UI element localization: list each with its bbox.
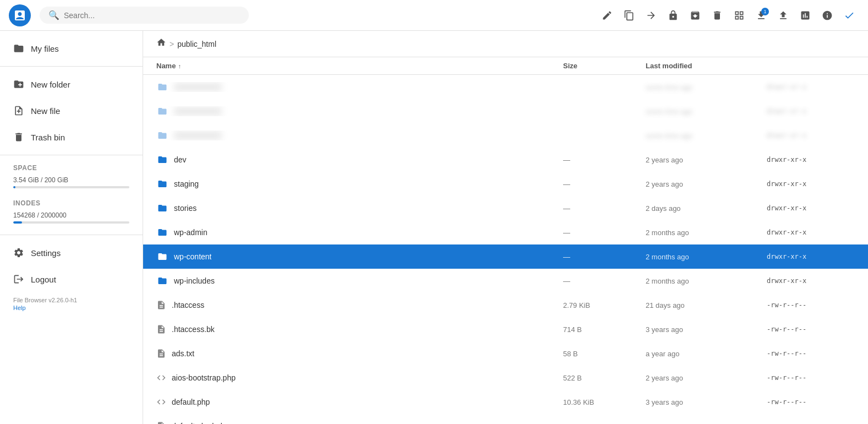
- col-modified[interactable]: Last modified: [646, 62, 767, 70]
- cell-name: default.php: [156, 396, 563, 407]
- table-row[interactable]: .htaccess 2.79 KiB 21 days ago -rw-r--r-…: [143, 293, 868, 317]
- cell-modified: 3 years ago: [646, 398, 767, 406]
- file-icon: [156, 348, 166, 359]
- table-row[interactable]: default.php.bak 10.43 KiB 3 years ago -r…: [143, 414, 868, 424]
- cell-size: —: [563, 277, 646, 285]
- cell-name: staging: [156, 179, 563, 189]
- cell-modified: some time ago: [646, 107, 767, 116]
- search-input[interactable]: [64, 11, 240, 20]
- search-icon: 🔍: [48, 10, 59, 20]
- cell-size: —: [563, 253, 646, 261]
- table-row[interactable]: .htaccess.bk 714 B 3 years ago -rw-r--r-…: [143, 317, 868, 341]
- sort-arrow: ↑: [178, 63, 181, 69]
- upload-button[interactable]: [773, 6, 793, 25]
- sidebar-item-trash-bin[interactable]: Trash bin: [0, 124, 143, 150]
- folder-icon: [13, 43, 24, 54]
- cell-size: —: [563, 156, 646, 164]
- folder-icon: [156, 179, 168, 189]
- table-row[interactable]: ads.txt 58 B a year ago -rw-r--r--: [143, 341, 868, 366]
- breadcrumb-home[interactable]: [156, 37, 166, 50]
- sidebar-item-settings[interactable]: Settings: [0, 240, 143, 266]
- cell-name: wp-includes: [156, 276, 563, 286]
- cell-name: aios-bootstrap.php: [156, 372, 563, 383]
- cell-modified: 2 years ago: [646, 374, 767, 382]
- sidebar-item-new-file[interactable]: New file: [0, 97, 143, 124]
- cell-size: 10.36 KiB: [563, 398, 646, 406]
- delete-button[interactable]: [707, 6, 727, 25]
- cell-name: blurred-item-2: [156, 106, 563, 116]
- logo[interactable]: [9, 4, 31, 26]
- breadcrumb: > public_html: [143, 31, 868, 57]
- inodes-progress-fill: [13, 221, 22, 224]
- table-row[interactable]: blurred-item-1 some time ago drwxr-xr-x: [143, 75, 868, 99]
- cell-size: 2.79 KiB: [563, 301, 646, 309]
- cell-name: blurred-item-3: [156, 131, 563, 140]
- cell-name: .htaccess.bk: [156, 324, 563, 335]
- cell-modified: 2 years ago: [646, 156, 767, 164]
- col-size[interactable]: Size: [563, 62, 646, 70]
- sidebar-item-logout[interactable]: Logout: [0, 266, 143, 292]
- cell-permissions: drwxr-xr-x: [767, 229, 855, 236]
- sidebar-item-new-folder[interactable]: New folder: [0, 71, 143, 97]
- sidebar-item-my-files[interactable]: My files: [0, 35, 143, 62]
- folder-icon: [156, 252, 168, 262]
- space-used-label: 3.54 GiB / 200 GiB: [13, 176, 129, 184]
- cell-permissions: -rw-r--r--: [767, 301, 855, 309]
- cell-name: wp-admin: [156, 227, 563, 237]
- col-name[interactable]: Name ↑: [156, 62, 563, 70]
- cell-name: .htaccess: [156, 300, 563, 311]
- col-permissions: [767, 62, 855, 70]
- cell-name: blurred-item-1: [156, 82, 563, 92]
- table-row[interactable]: stories — 2 days ago drwxr-xr-x: [143, 196, 868, 220]
- lock-button[interactable]: [663, 6, 683, 25]
- grid-view-button[interactable]: [729, 6, 749, 25]
- cell-permissions: drwxr-xr-x: [767, 132, 855, 139]
- cell-modified: some time ago: [646, 83, 767, 91]
- folder-icon: [156, 155, 168, 165]
- add-file-icon: [13, 105, 24, 116]
- table-row[interactable]: wp-content — 2 months ago drwxr-xr-x: [143, 244, 868, 269]
- inodes-progress-bar: [13, 221, 129, 224]
- download-button[interactable]: 1: [751, 6, 771, 25]
- sidebar-divider-1: [0, 66, 143, 67]
- php-icon: [156, 372, 166, 383]
- folder-icon: [156, 276, 168, 286]
- confirm-button[interactable]: [839, 6, 859, 25]
- archive-button[interactable]: [685, 6, 705, 25]
- cell-name: stories: [156, 203, 563, 213]
- sidebar-settings-label: Settings: [31, 248, 61, 258]
- cell-permissions: drwxr-xr-x: [767, 253, 855, 260]
- info-button[interactable]: [817, 6, 837, 25]
- version-label: File Browser v2.26.0-h1 Help: [0, 292, 143, 311]
- table-row[interactable]: aios-bootstrap.php 522 B 2 years ago -rw…: [143, 366, 868, 390]
- cell-name: dev: [156, 155, 563, 165]
- cell-permissions: -rw-r--r--: [767, 374, 855, 382]
- cell-modified: 2 months ago: [646, 229, 767, 237]
- sidebar-item-new-file-label: New file: [31, 106, 60, 116]
- main-content: > public_html Name ↑ Size Last modified: [143, 31, 868, 424]
- folder-icon: [156, 203, 168, 213]
- cell-modified: 2 years ago: [646, 180, 767, 188]
- table-row[interactable]: default.php 10.36 KiB 3 years ago -rw-r-…: [143, 390, 868, 414]
- table-row[interactable]: wp-admin — 2 months ago drwxr-xr-x: [143, 220, 868, 244]
- move-button[interactable]: [641, 6, 661, 25]
- file-table: Name ↑ Size Last modified blurred-item-1…: [143, 57, 868, 424]
- header: 🔍 1: [0, 0, 868, 31]
- edit-button[interactable]: [597, 6, 617, 25]
- table-row[interactable]: dev — 2 years ago drwxr-xr-x: [143, 148, 868, 172]
- file-rows-container: blurred-item-1 some time ago drwxr-xr-x …: [143, 75, 868, 424]
- cell-size: 714 B: [563, 325, 646, 334]
- table-header: Name ↑ Size Last modified: [143, 57, 868, 75]
- copy-button[interactable]: [619, 6, 639, 25]
- table-row[interactable]: blurred-item-3 some time ago drwxr-xr-x: [143, 123, 868, 148]
- table-row[interactable]: wp-includes — 2 months ago drwxr-xr-x: [143, 269, 868, 293]
- breadcrumb-current[interactable]: public_html: [177, 40, 216, 48]
- table-row[interactable]: staging — 2 years ago drwxr-xr-x: [143, 172, 868, 196]
- table-row[interactable]: blurred-item-2 some time ago drwxr-xr-x: [143, 99, 868, 123]
- cell-size: —: [563, 204, 646, 213]
- cell-modified: 3 years ago: [646, 422, 767, 425]
- cell-modified: 2 months ago: [646, 253, 767, 261]
- cell-permissions: drwxr-xr-x: [767, 83, 855, 91]
- chart-button[interactable]: [795, 6, 815, 25]
- settings-icon: [13, 247, 24, 258]
